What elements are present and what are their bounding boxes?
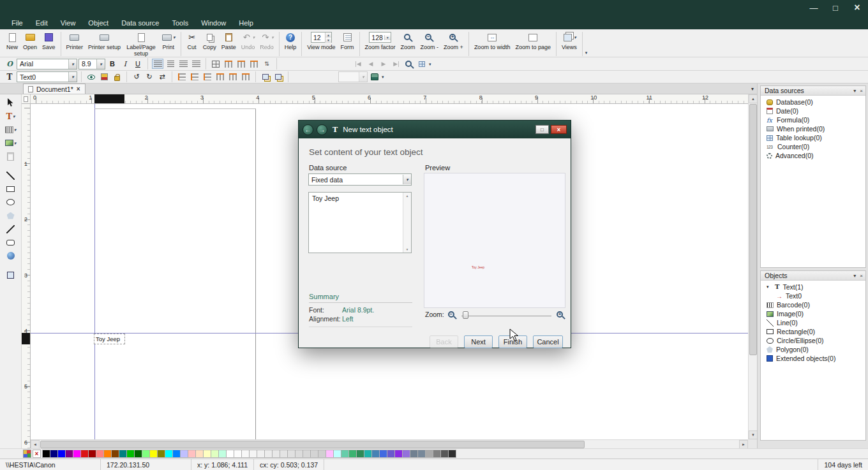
text-object[interactable]: Toy Jeep	[94, 334, 125, 344]
minimize-button[interactable]: —	[808, 3, 819, 13]
toolbar-overflow-icon[interactable]: ▾	[585, 50, 588, 55]
line-spacing-button[interactable]: ⇅	[261, 59, 273, 69]
visibility-button[interactable]	[86, 72, 97, 82]
align-right-button[interactable]	[177, 59, 189, 69]
bold-button[interactable]: B	[107, 59, 118, 70]
vertical-scroll-thumb[interactable]	[749, 104, 757, 355]
rounded-rectangle-tool[interactable]	[3, 237, 19, 248]
horizontal-scrollbar[interactable]: ◄ ►	[31, 439, 748, 448]
cut-button[interactable]: ✂Cut	[184, 31, 200, 51]
panel-menu-icon[interactable]: ▾	[853, 88, 856, 94]
data-source-combo[interactable]: Fixed data▾	[308, 173, 412, 186]
objects-item-extended[interactable]: Extended objects(0)	[761, 354, 865, 363]
scroll-up-icon[interactable]: ▲	[749, 94, 758, 103]
align-objects-top-button[interactable]	[214, 72, 226, 82]
horizontal-scroll-thumb[interactable]	[40, 441, 585, 448]
font-size-combo[interactable]: 8.9▾	[79, 59, 105, 70]
text-tool[interactable]: T▾	[3, 110, 19, 122]
menu-item[interactable]: File	[5, 18, 29, 28]
underline-button[interactable]: U	[132, 59, 144, 70]
datasource-item-table-lookup[interactable]: Table lookup(0)	[761, 133, 865, 142]
menu-item[interactable]: Tools	[165, 18, 195, 28]
zoom-button[interactable]: Zoom	[398, 31, 418, 51]
printer-button[interactable]: Printer	[64, 31, 86, 51]
rotate-left-button[interactable]: ↺	[131, 72, 142, 82]
textbox-scrollbar[interactable]: ▲▼	[403, 193, 411, 253]
find-button[interactable]	[403, 59, 415, 69]
valign-bottom-button[interactable]	[248, 59, 260, 69]
polygon-tool[interactable]	[3, 210, 19, 221]
selection-rectangle-tool[interactable]	[3, 269, 19, 281]
menu-item[interactable]: Help	[232, 18, 260, 28]
dialog-forward-icon[interactable]: →	[317, 124, 327, 135]
panel-close-icon[interactable]: ×	[860, 88, 863, 94]
rectangle-tool[interactable]	[3, 183, 19, 195]
objects-item-barcode[interactable]: Barcode(0)	[761, 300, 865, 309]
italic-button[interactable]: I	[119, 59, 131, 70]
flip-horizontal-button[interactable]: ⇄	[156, 72, 168, 82]
object-name-combo[interactable]: Text0▾	[17, 71, 77, 82]
align-objects-bottom-button[interactable]	[240, 72, 251, 82]
dialog-restore-button[interactable]: □	[535, 125, 549, 134]
send-to-back-button[interactable]	[273, 72, 284, 82]
open-button[interactable]: Open	[20, 31, 40, 51]
tab-close-icon[interactable]: ×	[77, 85, 80, 92]
zoom-to-page-button[interactable]: Zoom to page	[513, 31, 553, 51]
pointer-tool[interactable]	[3, 97, 19, 108]
zoom-factor-combo[interactable]: 128▼	[369, 32, 391, 43]
align-objects-center-button[interactable]	[189, 72, 200, 82]
fill-color-button[interactable]	[98, 72, 110, 82]
valign-top-button[interactable]	[223, 59, 234, 69]
align-justify-button[interactable]	[190, 59, 202, 69]
copy-button[interactable]: Copy	[200, 31, 219, 51]
datasource-item-date[interactable]: Date(0)	[761, 106, 865, 115]
scroll-right-icon[interactable]: ►	[739, 440, 748, 449]
objects-item-polygon[interactable]: Polygon(0)	[761, 345, 865, 354]
barcode-tool[interactable]: ▾	[3, 124, 19, 135]
spin-up-icon[interactable]: ▲	[326, 33, 331, 38]
help-button[interactable]: ?Help	[282, 31, 299, 51]
menu-item[interactable]: Edit	[29, 18, 54, 28]
maximize-button[interactable]: □	[830, 3, 841, 13]
line-tool[interactable]	[3, 170, 19, 181]
spin-down-icon[interactable]: ▼	[326, 38, 331, 43]
objects-item-line[interactable]: Line(0)	[761, 318, 865, 327]
cancel-button[interactable]: Cancel	[533, 335, 563, 348]
datasource-item-advanced[interactable]: Advanced(0)	[761, 151, 865, 160]
datasource-item-when-printed[interactable]: When printed(0)	[761, 124, 865, 133]
align-center-button[interactable]	[165, 59, 176, 69]
finish-button[interactable]: Finish	[498, 335, 527, 348]
image-tool[interactable]: ▾	[3, 137, 19, 149]
datasource-item-formula[interactable]: fxFormula(0)	[761, 115, 865, 124]
datasource-item-database[interactable]: Database(0)	[761, 98, 865, 106]
close-button[interactable]: ×	[851, 2, 863, 13]
view-mode-spinner[interactable]: 12▲▼	[311, 32, 332, 43]
panel-menu-icon[interactable]: ▾	[853, 273, 856, 279]
object-toolbar-overflow-icon[interactable]: ▾	[382, 75, 384, 79]
label-page-setup-button[interactable]: Label/Page setup	[123, 31, 159, 58]
view-mode-control[interactable]: 12▲▼ View mode	[304, 31, 338, 51]
save-button[interactable]: Save	[40, 31, 58, 51]
bring-to-front-button[interactable]	[260, 72, 271, 82]
menu-item[interactable]: View	[54, 18, 82, 28]
valign-middle-button[interactable]	[236, 59, 247, 69]
print-button[interactable]: ▾Print	[159, 31, 178, 51]
panel-close-icon[interactable]: ×	[860, 273, 863, 279]
tab-list-chevron[interactable]: ▾	[748, 84, 757, 94]
stamp-button[interactable]	[369, 72, 380, 82]
zoom-factor-control[interactable]: 128▼ Zoom factor	[363, 31, 398, 51]
objects-item-image[interactable]: Image(0)	[761, 309, 865, 318]
tree-expander-icon[interactable]: ▾	[767, 284, 772, 290]
vertical-scrollbar[interactable]: ▲ ▼	[748, 94, 757, 439]
form-button[interactable]: Form	[338, 31, 357, 51]
zoom-to-width-button[interactable]: ↔Zoom to width	[472, 31, 513, 51]
menu-item[interactable]: Object	[82, 18, 115, 28]
dialog-back-icon[interactable]: ←	[303, 124, 313, 135]
scroll-left-icon[interactable]: ◄	[31, 440, 40, 449]
align-objects-left-button[interactable]	[176, 72, 188, 82]
align-objects-middle-button[interactable]	[227, 72, 239, 82]
menu-item[interactable]: Window	[195, 18, 232, 28]
next-button[interactable]: Next	[464, 335, 493, 348]
text-content-input[interactable]: Toy Jeep ▲▼	[308, 192, 412, 253]
views-button[interactable]: ▾Views	[559, 31, 580, 51]
